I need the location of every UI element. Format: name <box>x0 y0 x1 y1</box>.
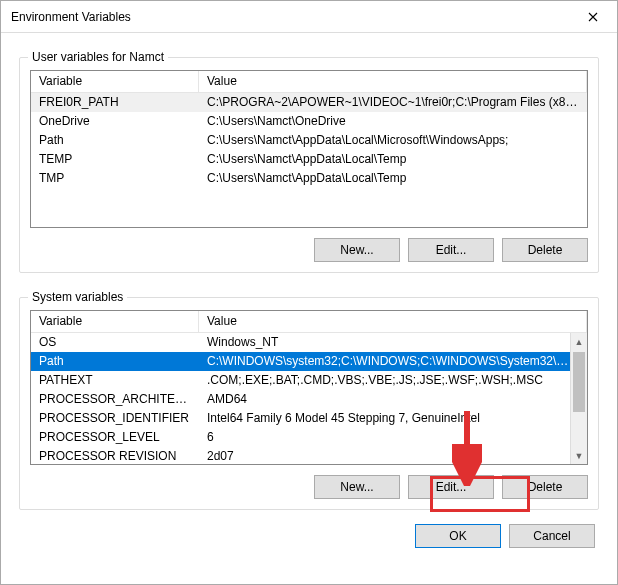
system-vars-group: System variables Variable Value OSWindow… <box>19 297 599 510</box>
table-row[interactable]: TMPC:\Users\Namct\AppData\Local\Temp <box>31 169 587 188</box>
cell-variable: Path <box>31 352 199 371</box>
system-new-button[interactable]: New... <box>314 475 400 499</box>
scroll-thumb[interactable] <box>573 352 585 412</box>
system-button-row: New... Edit... Delete <box>30 475 588 499</box>
user-button-row: New... Edit... Delete <box>30 238 588 262</box>
cancel-button[interactable]: Cancel <box>509 524 595 548</box>
system-vars-legend: System variables <box>28 290 127 304</box>
cell-variable: OS <box>31 333 199 352</box>
scroll-down-icon[interactable]: ▼ <box>571 447 587 464</box>
system-vars-table[interactable]: Variable Value OSWindows_NTPathC:\WINDOW… <box>30 310 588 465</box>
cell-variable: OneDrive <box>31 112 199 131</box>
cell-variable: PATHEXT <box>31 371 199 390</box>
table-row[interactable]: OneDriveC:\Users\Namct\OneDrive <box>31 112 587 131</box>
cell-variable: FREI0R_PATH <box>31 93 199 112</box>
cell-variable: TMP <box>31 169 199 188</box>
window-title: Environment Variables <box>11 10 571 24</box>
user-edit-button[interactable]: Edit... <box>408 238 494 262</box>
user-delete-button[interactable]: Delete <box>502 238 588 262</box>
cell-value: AMD64 <box>199 390 587 409</box>
cell-value: Intel64 Family 6 Model 45 Stepping 7, Ge… <box>199 409 587 428</box>
env-vars-dialog: Environment Variables User variables for… <box>0 0 618 585</box>
column-header-value[interactable]: Value <box>199 311 587 332</box>
user-vars-table[interactable]: Variable Value FREI0R_PATHC:\PROGRA~2\AP… <box>30 70 588 228</box>
cell-value: Windows_NT <box>199 333 587 352</box>
table-row[interactable]: PROCESSOR_LEVEL6 <box>31 428 587 447</box>
close-button[interactable] <box>571 2 615 32</box>
table-row[interactable]: PATHEXT.COM;.EXE;.BAT;.CMD;.VBS;.VBE;.JS… <box>31 371 587 390</box>
cell-variable: PROCESSOR REVISION <box>31 447 199 465</box>
cell-value: .COM;.EXE;.BAT;.CMD;.VBS;.VBE;.JS;.JSE;.… <box>199 371 587 390</box>
cell-variable: PROCESSOR_IDENTIFIER <box>31 409 199 428</box>
system-table-body: OSWindows_NTPathC:\WINDOWS\system32;C:\W… <box>31 333 587 465</box>
table-row[interactable]: TEMPC:\Users\Namct\AppData\Local\Temp <box>31 150 587 169</box>
table-row[interactable]: PathC:\Users\Namct\AppData\Local\Microso… <box>31 131 587 150</box>
cell-value: C:\Users\Namct\AppData\Local\Temp <box>199 169 587 188</box>
cell-variable: Path <box>31 131 199 150</box>
dialog-content: User variables for Namct Variable Value … <box>1 33 617 584</box>
column-header-variable[interactable]: Variable <box>31 311 199 332</box>
dialog-footer: OK Cancel <box>19 510 599 550</box>
table-row[interactable]: PROCESSOR REVISION2d07 <box>31 447 587 465</box>
user-vars-legend: User variables for Namct <box>28 50 168 64</box>
table-row[interactable]: PathC:\WINDOWS\system32;C:\WINDOWS;C:\WI… <box>31 352 587 371</box>
system-delete-button[interactable]: Delete <box>502 475 588 499</box>
column-header-variable[interactable]: Variable <box>31 71 199 92</box>
cell-value: 6 <box>199 428 587 447</box>
user-table-header: Variable Value <box>31 71 587 93</box>
column-header-value[interactable]: Value <box>199 71 587 92</box>
ok-button[interactable]: OK <box>415 524 501 548</box>
cell-value: C:\Users\Namct\AppData\Local\Temp <box>199 150 587 169</box>
cell-value: C:\PROGRA~2\APOWER~1\VIDEOC~1\frei0r;C:\… <box>199 93 587 112</box>
table-row[interactable]: OSWindows_NT <box>31 333 587 352</box>
cell-value: C:\WINDOWS\system32;C:\WINDOWS;C:\WINDOW… <box>199 352 587 371</box>
cell-variable: PROCESSOR_ARCHITECTURE <box>31 390 199 409</box>
user-vars-group: User variables for Namct Variable Value … <box>19 57 599 273</box>
close-icon <box>588 12 598 22</box>
user-table-body: FREI0R_PATHC:\PROGRA~2\APOWER~1\VIDEOC~1… <box>31 93 587 188</box>
cell-variable: PROCESSOR_LEVEL <box>31 428 199 447</box>
cell-value: C:\Users\Namct\AppData\Local\Microsoft\W… <box>199 131 587 150</box>
scroll-up-icon[interactable]: ▲ <box>571 333 587 350</box>
table-row[interactable]: PROCESSOR_IDENTIFIERIntel64 Family 6 Mod… <box>31 409 587 428</box>
scrollbar[interactable]: ▲ ▼ <box>570 333 587 464</box>
table-row[interactable]: PROCESSOR_ARCHITECTUREAMD64 <box>31 390 587 409</box>
cell-value: 2d07 <box>199 447 587 465</box>
system-edit-button[interactable]: Edit... <box>408 475 494 499</box>
table-row[interactable]: FREI0R_PATHC:\PROGRA~2\APOWER~1\VIDEOC~1… <box>31 93 587 112</box>
cell-variable: TEMP <box>31 150 199 169</box>
system-table-header: Variable Value <box>31 311 587 333</box>
titlebar: Environment Variables <box>1 1 617 33</box>
cell-value: C:\Users\Namct\OneDrive <box>199 112 587 131</box>
user-new-button[interactable]: New... <box>314 238 400 262</box>
